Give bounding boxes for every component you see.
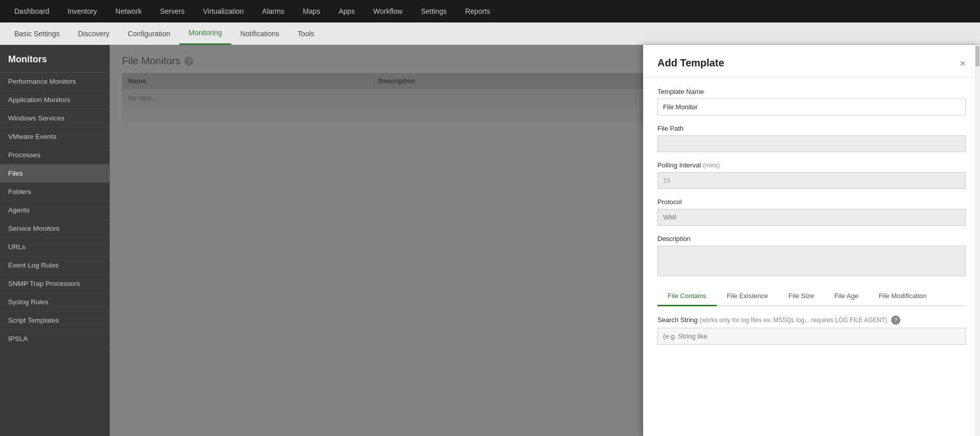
- polling-interval-group: Polling Interval (mins): [657, 161, 966, 189]
- sidebar-item-ipsla[interactable]: IPSLA: [0, 330, 110, 348]
- sidebar: Monitors Performance Monitors Applicatio…: [0, 45, 110, 436]
- sub-navigation: Basic Settings Discovery Configuration M…: [0, 22, 980, 45]
- sidebar-item-application-monitors[interactable]: Application Monitors: [0, 91, 110, 109]
- top-nav-item-inventory[interactable]: Inventory: [59, 0, 107, 22]
- search-string-label: Search String (works only for log files …: [657, 316, 966, 325]
- top-nav-item-virtualization[interactable]: Virtualization: [194, 0, 253, 22]
- add-template-modal: Add Template × Template Name File Path P…: [643, 45, 980, 436]
- modal-title: Add Template: [657, 57, 724, 69]
- protocol-input[interactable]: [657, 209, 966, 226]
- modal-close-button[interactable]: ×: [960, 58, 966, 68]
- sidebar-item-snmp-trap-processors[interactable]: SNMP Trap Processors: [0, 275, 110, 293]
- subnav-tools[interactable]: Tools: [288, 22, 324, 45]
- description-group: Description: [657, 235, 966, 278]
- protocol-label: Protocol: [657, 198, 966, 206]
- file-path-input[interactable]: [657, 135, 966, 152]
- tab-file-contains[interactable]: File Contains: [657, 287, 717, 306]
- top-nav-item-maps[interactable]: Maps: [293, 0, 329, 22]
- sidebar-item-processes[interactable]: Processes: [0, 146, 110, 164]
- top-nav-item-dashboard[interactable]: Dashboard: [5, 0, 59, 22]
- description-textarea[interactable]: [657, 246, 966, 276]
- description-label: Description: [657, 235, 966, 243]
- top-nav-item-network[interactable]: Network: [106, 0, 151, 22]
- sidebar-item-files[interactable]: Files: [0, 164, 110, 183]
- modal-scrollbar-thumb: [975, 46, 979, 66]
- template-name-label: Template Name: [657, 88, 966, 95]
- modal-scrollbar: [975, 45, 980, 436]
- sidebar-item-script-templates[interactable]: Script Templates: [0, 311, 110, 330]
- file-path-label: File Path: [657, 125, 966, 132]
- polling-interval-label: Polling Interval (mins): [657, 161, 966, 169]
- subnav-basic-settings[interactable]: Basic Settings: [5, 22, 69, 45]
- sidebar-item-service-monitors[interactable]: Service Monitors: [0, 220, 110, 238]
- sidebar-title: Monitors: [0, 45, 110, 72]
- search-string-help-icon[interactable]: ?: [891, 316, 900, 325]
- sidebar-item-urls[interactable]: URLs: [0, 238, 110, 256]
- template-name-input[interactable]: [657, 99, 966, 115]
- sidebar-item-windows-services[interactable]: Windows Services: [0, 109, 110, 128]
- top-nav-item-workflow[interactable]: Workflow: [364, 0, 411, 22]
- search-string-group: Search String (works only for log files …: [657, 316, 966, 345]
- sidebar-item-vmware-events[interactable]: VMware Events: [0, 128, 110, 146]
- tab-file-size[interactable]: File Size: [778, 287, 824, 306]
- subnav-configuration[interactable]: Configuration: [118, 22, 179, 45]
- top-nav-item-alarms[interactable]: Alarms: [253, 0, 294, 22]
- template-name-group: Template Name: [657, 88, 966, 115]
- modal-tabs: File Contains File Existence File Size F…: [657, 287, 966, 306]
- top-nav-item-settings[interactable]: Settings: [412, 0, 456, 22]
- tab-file-existence[interactable]: File Existence: [717, 287, 778, 306]
- sidebar-item-agents[interactable]: Agents: [0, 201, 110, 220]
- sidebar-item-folders[interactable]: Folders: [0, 183, 110, 201]
- tab-file-age[interactable]: File Age: [824, 287, 869, 306]
- subnav-monitoring[interactable]: Monitoring: [179, 22, 231, 45]
- top-nav-item-servers[interactable]: Servers: [151, 0, 193, 22]
- modal-body: Template Name File Path Polling Interval…: [643, 78, 980, 364]
- main-container: Monitors Performance Monitors Applicatio…: [0, 45, 980, 436]
- protocol-group: Protocol: [657, 198, 966, 226]
- tab-file-modification[interactable]: File Modification: [869, 287, 937, 306]
- sidebar-item-event-log-rules[interactable]: Event Log Rules: [0, 256, 110, 275]
- file-path-group: File Path: [657, 125, 966, 152]
- modal-header: Add Template ×: [643, 45, 980, 78]
- sidebar-item-syslog-rules[interactable]: Syslog Rules: [0, 293, 110, 311]
- polling-interval-input[interactable]: [657, 172, 966, 189]
- top-nav-item-apps[interactable]: Apps: [329, 0, 364, 22]
- top-nav-item-reports[interactable]: Reports: [456, 0, 499, 22]
- top-navigation: Dashboard Inventory Network Servers Virt…: [0, 0, 980, 22]
- subnav-notifications[interactable]: Notifications: [231, 22, 288, 45]
- sidebar-item-performance-monitors[interactable]: Performance Monitors: [0, 72, 110, 91]
- search-string-input[interactable]: [657, 328, 966, 345]
- subnav-discovery[interactable]: Discovery: [69, 22, 118, 45]
